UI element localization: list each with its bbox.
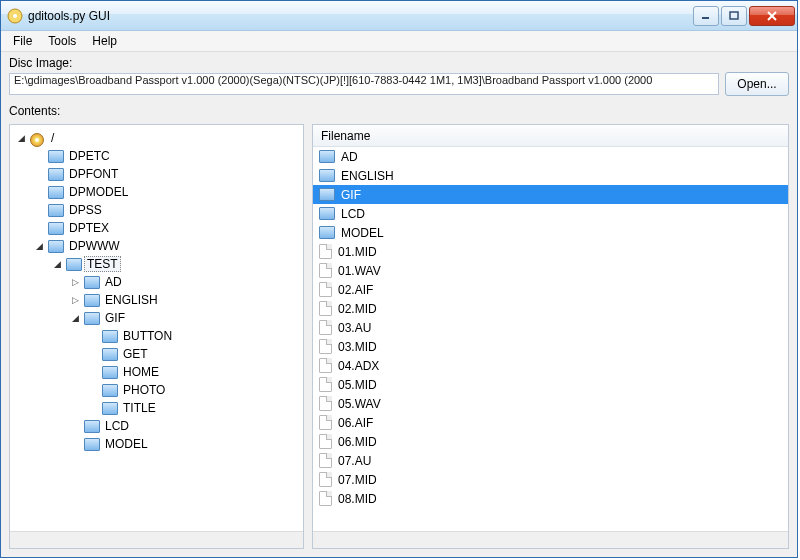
window-controls: [691, 6, 795, 26]
file-icon: [319, 320, 332, 335]
file-list[interactable]: ADENGLISHGIFLCDMODEL01.MID01.WAV02.AIF02…: [313, 147, 788, 531]
list-item[interactable]: 05.WAV: [313, 394, 788, 413]
list-item-label: 02.MID: [338, 302, 377, 316]
tree-node[interactable]: ▷DPMODEL: [12, 183, 301, 201]
tree-node[interactable]: ◢TEST: [12, 255, 301, 273]
folder-icon: [84, 420, 100, 433]
list-item[interactable]: 06.MID: [313, 432, 788, 451]
list-item[interactable]: MODEL: [313, 223, 788, 242]
folder-icon: [102, 348, 118, 361]
folder-icon: [48, 222, 64, 235]
svg-rect-3: [730, 12, 738, 19]
tree-node[interactable]: ▷DPFONT: [12, 165, 301, 183]
list-item[interactable]: ENGLISH: [313, 166, 788, 185]
list-item[interactable]: 05.MID: [313, 375, 788, 394]
file-icon: [319, 453, 332, 468]
list-item-label: 06.AIF: [338, 416, 373, 430]
list-item-label: 08.MID: [338, 492, 377, 506]
list-item-label: 01.WAV: [338, 264, 381, 278]
file-icon: [319, 396, 332, 411]
tree-node-label: DPSS: [66, 203, 105, 217]
disc-image-path-input[interactable]: E:\gdimages\Broadband Passport v1.000 (2…: [9, 73, 719, 95]
tree-node-label: DPETC: [66, 149, 113, 163]
tree-node[interactable]: ▷LCD: [12, 417, 301, 435]
list-item[interactable]: 07.AU: [313, 451, 788, 470]
list-item[interactable]: 03.AU: [313, 318, 788, 337]
list-item[interactable]: GIF: [313, 185, 788, 204]
app-window: gditools.py GUI File Tools Help Disc Ima…: [0, 0, 798, 558]
folder-icon: [319, 150, 335, 163]
tree-node[interactable]: ▷GET: [12, 345, 301, 363]
folder-icon: [102, 330, 118, 343]
list-item[interactable]: 01.MID: [313, 242, 788, 261]
tree-node[interactable]: ▷DPETC: [12, 147, 301, 165]
app-icon: [7, 8, 23, 24]
tree-expand-closed-icon[interactable]: ▷: [70, 277, 81, 288]
folder-icon: [48, 150, 64, 163]
tree-node[interactable]: ◢/: [12, 129, 301, 147]
folder-icon: [48, 240, 64, 253]
tree-node-label: TITLE: [120, 401, 159, 415]
file-icon: [319, 415, 332, 430]
list-item-label: 04.ADX: [338, 359, 379, 373]
close-button[interactable]: [749, 6, 795, 26]
list-item[interactable]: 08.MID: [313, 489, 788, 508]
open-button[interactable]: Open...: [725, 72, 789, 96]
folder-icon: [102, 366, 118, 379]
list-item[interactable]: 02.MID: [313, 299, 788, 318]
list-item[interactable]: 06.AIF: [313, 413, 788, 432]
menu-file[interactable]: File: [5, 32, 40, 50]
tree-node[interactable]: ▷TITLE: [12, 399, 301, 417]
tree-node[interactable]: ▷HOME: [12, 363, 301, 381]
body: ◢/▷DPETC▷DPFONT▷DPMODEL▷DPSS▷DPTEX◢DPWWW…: [1, 120, 797, 557]
tree-node[interactable]: ◢DPWWW: [12, 237, 301, 255]
tree-expand-open-icon[interactable]: ◢: [70, 313, 81, 324]
list-item[interactable]: 07.MID: [313, 470, 788, 489]
disc-image-section: Disc Image: E:\gdimages\Broadband Passpo…: [1, 52, 797, 104]
tree-node-label: GET: [120, 347, 151, 361]
list-item[interactable]: 03.MID: [313, 337, 788, 356]
tree-node-label: GIF: [102, 311, 128, 325]
menu-help[interactable]: Help: [84, 32, 125, 50]
file-icon: [319, 358, 332, 373]
tree-node[interactable]: ▷ENGLISH: [12, 291, 301, 309]
list-item[interactable]: AD: [313, 147, 788, 166]
filename-column-header[interactable]: Filename: [313, 125, 788, 147]
list-item-label: 05.MID: [338, 378, 377, 392]
list-item[interactable]: LCD: [313, 204, 788, 223]
list-horizontal-scrollbar[interactable]: [313, 531, 788, 548]
tree-view[interactable]: ◢/▷DPETC▷DPFONT▷DPMODEL▷DPSS▷DPTEX◢DPWWW…: [10, 125, 303, 531]
tree-node[interactable]: ▷AD: [12, 273, 301, 291]
tree-node[interactable]: ▷BUTTON: [12, 327, 301, 345]
tree-panel: ◢/▷DPETC▷DPFONT▷DPMODEL▷DPSS▷DPTEX◢DPWWW…: [9, 124, 304, 549]
tree-expand-open-icon[interactable]: ◢: [34, 241, 45, 252]
tree-node[interactable]: ▷DPTEX: [12, 219, 301, 237]
folder-icon: [84, 438, 100, 451]
file-icon: [319, 244, 332, 259]
svg-point-1: [13, 14, 17, 18]
file-icon: [319, 472, 332, 487]
list-item-label: 03.MID: [338, 340, 377, 354]
tree-node[interactable]: ▷PHOTO: [12, 381, 301, 399]
window-title: gditools.py GUI: [28, 9, 691, 23]
tree-node[interactable]: ▷DPSS: [12, 201, 301, 219]
tree-node[interactable]: ▷MODEL: [12, 435, 301, 453]
tree-node[interactable]: ◢GIF: [12, 309, 301, 327]
tree-expand-open-icon[interactable]: ◢: [16, 133, 27, 144]
list-item[interactable]: 04.ADX: [313, 356, 788, 375]
tree-node-label: ENGLISH: [102, 293, 161, 307]
disc-image-label: Disc Image:: [9, 56, 789, 70]
list-item-label: LCD: [341, 207, 365, 221]
menubar: File Tools Help: [1, 31, 797, 52]
menu-tools[interactable]: Tools: [40, 32, 84, 50]
maximize-button[interactable]: [721, 6, 747, 26]
tree-expand-open-icon[interactable]: ◢: [52, 259, 63, 270]
list-item-label: 06.MID: [338, 435, 377, 449]
list-item[interactable]: 01.WAV: [313, 261, 788, 280]
tree-expand-closed-icon[interactable]: ▷: [70, 295, 81, 306]
list-item[interactable]: 02.AIF: [313, 280, 788, 299]
minimize-button[interactable]: [693, 6, 719, 26]
tree-horizontal-scrollbar[interactable]: [10, 531, 303, 548]
tree-node-label: DPMODEL: [66, 185, 131, 199]
folder-icon: [48, 204, 64, 217]
